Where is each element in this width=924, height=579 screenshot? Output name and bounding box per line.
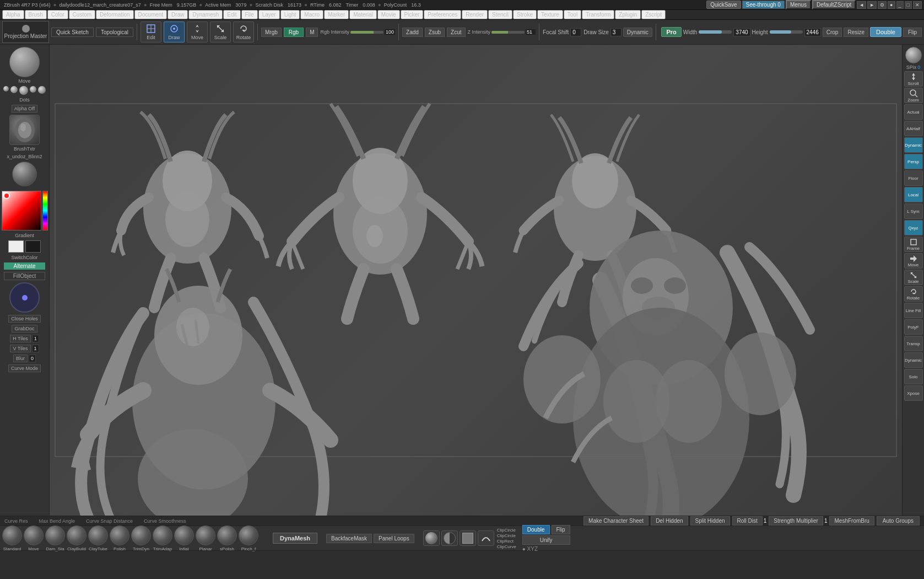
line-fill-button[interactable]: Line Fill bbox=[904, 303, 923, 318]
move-right-button[interactable]: Move bbox=[904, 253, 923, 269]
menu-stencil[interactable]: Stencil bbox=[488, 10, 512, 19]
panel-loops-button[interactable]: Panel Loops bbox=[374, 534, 414, 543]
flip-sm-button[interactable]: Flip bbox=[552, 525, 570, 534]
edit-button[interactable]: Edit bbox=[141, 22, 161, 42]
polyf-button[interactable]: PolyF bbox=[904, 319, 923, 335]
color-square[interactable] bbox=[2, 191, 41, 230]
nav-next-icon[interactable]: ► bbox=[867, 1, 877, 9]
menu-alpha[interactable]: Alpha bbox=[2, 10, 24, 19]
local-button[interactable]: Local bbox=[904, 187, 923, 202]
menu-document[interactable]: Document bbox=[134, 10, 167, 19]
menu-edit[interactable]: Edit bbox=[223, 10, 240, 19]
minimize-icon[interactable]: _ bbox=[896, 1, 904, 9]
roll-dist-button[interactable]: Roll Dist bbox=[732, 516, 763, 526]
menu-layer[interactable]: Layer bbox=[258, 10, 280, 19]
width-slider[interactable] bbox=[699, 30, 732, 34]
menu-movie[interactable]: Movie bbox=[377, 10, 400, 19]
damsta-sphere[interactable] bbox=[45, 526, 65, 545]
topological-button[interactable]: Topological bbox=[96, 28, 133, 37]
menu-custom[interactable]: Custom bbox=[69, 10, 95, 19]
standard-sphere[interactable] bbox=[2, 526, 22, 545]
rotate-button[interactable]: Rotate bbox=[233, 22, 254, 42]
resize-button[interactable]: Resize bbox=[844, 28, 868, 37]
settings-icon[interactable]: ⚙ bbox=[878, 1, 887, 9]
curve-mode-button[interactable]: Curve Mode bbox=[8, 364, 41, 372]
floor-button[interactable]: Floor bbox=[904, 170, 923, 186]
color-box-black[interactable] bbox=[25, 240, 41, 253]
nav-prev-icon[interactable]: ◄ bbox=[857, 1, 866, 9]
claybuild-sphere[interactable] bbox=[67, 526, 87, 545]
dot-3[interactable] bbox=[19, 86, 28, 95]
move-sphere[interactable] bbox=[24, 526, 44, 545]
menu-picker[interactable]: Picker bbox=[401, 10, 424, 19]
close-holes-button[interactable]: Close Holes bbox=[8, 315, 41, 323]
see-through-button[interactable]: See-through 0 bbox=[742, 1, 785, 9]
unify-button[interactable]: Unify bbox=[522, 535, 570, 545]
mrgb-button[interactable]: Mrgb bbox=[261, 28, 282, 37]
backface-mask-button[interactable]: BackfaceMask bbox=[326, 534, 372, 543]
default-zscript-button[interactable]: DefaultZScript bbox=[812, 0, 856, 9]
claytube-sphere[interactable] bbox=[88, 526, 108, 545]
restore-icon[interactable]: □ bbox=[905, 1, 912, 9]
crop-button[interactable]: Crop bbox=[823, 28, 842, 37]
scroll-button[interactable]: Scroll bbox=[904, 71, 923, 87]
del-hidden-button[interactable]: Del Hidden bbox=[651, 516, 688, 526]
m-button[interactable]: M bbox=[306, 28, 318, 37]
dynamic-button[interactable]: Dynamic bbox=[904, 137, 923, 153]
rotate-right-button[interactable]: Rotate bbox=[904, 286, 923, 302]
trimadap-sphere[interactable] bbox=[153, 526, 172, 545]
menu-preferences[interactable]: Preferences bbox=[424, 10, 461, 19]
dot-1[interactable] bbox=[3, 86, 9, 92]
clip-circle-1-button[interactable] bbox=[423, 530, 440, 546]
canvas-area[interactable] bbox=[50, 45, 902, 516]
aahalf-button[interactable]: AAHalf bbox=[904, 121, 923, 136]
color-box-white[interactable] bbox=[8, 240, 24, 253]
projection-master-button[interactable]: Projection Master bbox=[2, 21, 49, 43]
mesh-from-brush-button[interactable]: MeshFromBru bbox=[829, 516, 874, 526]
qxyz-button[interactable]: Qxyz bbox=[904, 220, 923, 235]
planar-sphere[interactable] bbox=[196, 526, 215, 545]
actual-button[interactable]: Actual bbox=[904, 104, 923, 120]
strength-mult-button[interactable]: Strength Multiplier bbox=[769, 516, 823, 526]
menu-transform[interactable]: Transform bbox=[582, 10, 614, 19]
persp-button[interactable]: Persp bbox=[904, 154, 923, 169]
lsym-button[interactable]: L Sym bbox=[904, 203, 923, 219]
auto-groups-button[interactable]: Auto Groups bbox=[877, 516, 920, 526]
dot-5[interactable] bbox=[38, 86, 46, 94]
dynamesh-button[interactable]: DynaMesh bbox=[273, 533, 317, 544]
menu-color[interactable]: Color bbox=[47, 10, 68, 19]
menu-zplugin[interactable]: Zplugin bbox=[615, 10, 641, 19]
scale-right-button[interactable]: Scale bbox=[904, 270, 923, 285]
grab-doc-button[interactable]: GrabDoc bbox=[12, 325, 37, 333]
polish-sphere[interactable] bbox=[110, 526, 129, 545]
dynamic2-button[interactable]: Dynamic bbox=[904, 352, 923, 368]
character-sheet-button[interactable]: Make Character Sheet bbox=[583, 516, 649, 526]
move-button[interactable]: Move bbox=[187, 22, 208, 42]
frame-button[interactable]: Frame bbox=[904, 237, 923, 252]
clip-circle-2-button[interactable] bbox=[441, 530, 458, 546]
rgb-intensity-slider[interactable] bbox=[350, 31, 383, 34]
menu-brush[interactable]: Brush bbox=[25, 10, 47, 19]
inflat-sphere[interactable] bbox=[174, 526, 194, 545]
menu-light[interactable]: Light bbox=[280, 10, 300, 19]
rgb-button[interactable]: Rgb bbox=[284, 28, 304, 37]
draw-button[interactable]: Draw bbox=[164, 22, 185, 42]
zcut-button[interactable]: Zcut bbox=[447, 28, 465, 37]
menu-file[interactable]: File bbox=[241, 10, 258, 19]
dot-4[interactable] bbox=[30, 86, 36, 93]
fill-object-button[interactable]: FillObject bbox=[4, 272, 45, 280]
quicksave-button[interactable]: QuickSave bbox=[706, 1, 741, 9]
brush-texture-thumb[interactable] bbox=[9, 115, 40, 145]
menu-draw[interactable]: Draw bbox=[167, 10, 188, 19]
alternate-button[interactable]: Alternate bbox=[4, 262, 45, 270]
split-hidden-button[interactable]: Split Hidden bbox=[690, 516, 730, 526]
menu-marker[interactable]: Marker bbox=[324, 10, 349, 19]
menu-macro[interactable]: Macro bbox=[300, 10, 323, 19]
xpose-button[interactable]: Xpose bbox=[904, 385, 923, 401]
z-intensity-slider[interactable] bbox=[491, 31, 525, 34]
zadd-button[interactable]: Zadd bbox=[402, 28, 423, 37]
zoom-button[interactable]: Zoom bbox=[904, 88, 923, 103]
height-slider[interactable] bbox=[770, 30, 803, 34]
transp-button[interactable]: Transp bbox=[904, 336, 923, 351]
bpr-sphere[interactable] bbox=[905, 47, 922, 63]
